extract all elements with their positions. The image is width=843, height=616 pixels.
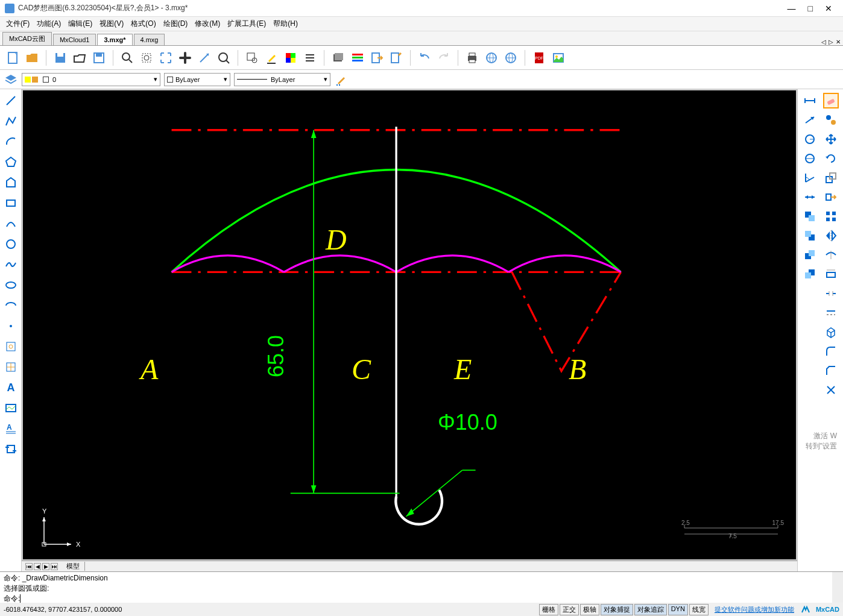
fillet-tool[interactable] — [823, 344, 839, 359]
dim-linear-icon[interactable] — [802, 93, 818, 108]
measure-icon[interactable] — [197, 50, 212, 66]
feedback-link[interactable]: 提交软件问题或增加新功能 — [715, 605, 794, 614]
3d-tool[interactable] — [823, 324, 839, 340]
save-icon[interactable] — [52, 50, 68, 66]
menu-edit[interactable]: 编辑(E) — [68, 19, 92, 29]
zoom-icon[interactable] — [216, 50, 232, 66]
menu-draw[interactable]: 绘图(D) — [163, 19, 188, 29]
break-tool[interactable] — [823, 286, 839, 301]
status-polar[interactable]: 极轴 — [580, 604, 599, 615]
tab-prev[interactable]: ◁ — [821, 39, 826, 45]
menu-modify[interactable]: 修改(M) — [195, 19, 220, 29]
model-tab[interactable]: 模型 — [62, 562, 85, 571]
bring-front-icon[interactable] — [802, 209, 818, 224]
zoom-window-icon[interactable] — [119, 50, 135, 66]
list-icon[interactable] — [302, 50, 318, 66]
pan-icon[interactable] — [177, 50, 193, 66]
layer-combo[interactable]: 0 ▾ — [22, 73, 160, 86]
export-icon[interactable] — [369, 50, 385, 66]
stretch-tool[interactable] — [823, 189, 839, 205]
image-icon[interactable] — [551, 50, 566, 66]
globe-icon[interactable] — [484, 50, 499, 66]
tab-mxcad-cloud[interactable]: MxCAD云图 — [2, 32, 52, 45]
chamfer-tool[interactable] — [823, 363, 839, 379]
insert-tool[interactable] — [3, 359, 19, 375]
tab-4mxg[interactable]: 4.mxg — [134, 34, 165, 45]
drawing-canvas[interactable]: A B C D E 65.0 Φ10.0 X Y — [23, 90, 796, 559]
rotate-tool[interactable] — [823, 151, 839, 166]
close-button[interactable]: ✕ — [825, 4, 832, 13]
redo-icon[interactable] — [436, 50, 452, 66]
menu-format[interactable]: 格式(O) — [131, 19, 156, 29]
tab-next[interactable]: ▷ — [829, 39, 833, 45]
spline-tool[interactable] — [3, 257, 19, 272]
polyline-tool[interactable] — [3, 113, 19, 129]
array-tool[interactable] — [823, 209, 839, 224]
menu-file[interactable]: 文件(F) — [6, 19, 30, 29]
print-icon[interactable] — [464, 50, 480, 66]
edit-pen-icon[interactable] — [334, 72, 349, 87]
fullscreen-icon[interactable] — [158, 50, 174, 66]
model-prev[interactable]: ◀ — [34, 563, 41, 570]
arc2-tool[interactable] — [3, 216, 19, 231]
polygon-tool[interactable] — [3, 154, 19, 170]
linetype-combo[interactable]: ByLayer ▾ — [234, 73, 330, 86]
trim-tool[interactable] — [823, 247, 839, 263]
maximize-button[interactable]: □ — [808, 4, 813, 13]
send-backward-icon[interactable] — [802, 266, 818, 282]
extend-tool[interactable] — [823, 266, 839, 282]
new-file-icon[interactable] — [5, 50, 21, 66]
minimize-button[interactable]: — — [788, 4, 796, 13]
dim-horizontal-icon[interactable] — [802, 189, 818, 205]
rectangle-tool[interactable] — [3, 195, 19, 211]
command-scrollbar[interactable] — [832, 572, 843, 603]
offset-tool[interactable] — [823, 305, 839, 321]
dim-angular-icon[interactable] — [802, 170, 818, 186]
scale-tool[interactable] — [823, 170, 839, 186]
layer-manager-icon[interactable] — [4, 72, 18, 87]
dim-radius-icon[interactable] — [802, 131, 818, 147]
color-combo[interactable]: ByLayer ▾ — [164, 73, 230, 86]
model-first[interactable]: ⏮ — [25, 563, 33, 570]
menu-view[interactable]: 视图(V) — [99, 19, 124, 29]
zoom-extents-icon[interactable] — [139, 50, 154, 66]
circle-tool[interactable] — [3, 236, 19, 252]
props-icon[interactable] — [350, 50, 365, 66]
shape-tool[interactable] — [3, 175, 19, 190]
model-next[interactable]: ▶ — [42, 563, 49, 570]
open-folder-icon[interactable] — [72, 50, 87, 66]
block-tool[interactable] — [3, 339, 19, 354]
dim-aligned-icon[interactable] — [802, 112, 818, 128]
save-as-icon[interactable] — [91, 50, 107, 66]
ellipse-tool[interactable] — [3, 277, 19, 293]
paint-icon[interactable] — [388, 50, 404, 66]
pdf-icon[interactable]: PDF — [531, 50, 547, 66]
menu-function[interactable]: 功能(A) — [37, 19, 61, 29]
move-tool[interactable] — [823, 131, 839, 147]
send-back-icon[interactable] — [802, 228, 818, 244]
tab-3mxg[interactable]: 3.mxg* — [97, 34, 132, 45]
status-osnap[interactable]: 对象捕捉 — [601, 604, 633, 615]
layer-icon[interactable] — [330, 50, 346, 66]
find-icon[interactable] — [244, 50, 260, 66]
command-history[interactable]: 命令: _DrawDiametricDimension 选择圆弧或圆: 命令: — [0, 572, 832, 603]
status-grid[interactable]: 栅格 — [539, 604, 558, 615]
image-tool[interactable] — [3, 400, 19, 416]
crop-tool[interactable] — [3, 441, 19, 457]
open-file-icon[interactable] — [24, 50, 40, 66]
globe2-icon[interactable] — [503, 50, 519, 66]
highlight-icon[interactable] — [264, 50, 279, 66]
tab-mxcloud1[interactable]: MxCloud1 — [53, 34, 96, 45]
color-grid-icon[interactable] — [283, 50, 298, 66]
status-otrack[interactable]: 对象追踪 — [634, 604, 667, 615]
mirror-tool[interactable] — [823, 228, 839, 244]
line-tool[interactable] — [3, 93, 19, 108]
explode-tool[interactable] — [823, 382, 839, 398]
dim-diameter-icon[interactable] — [802, 151, 818, 166]
status-lwt[interactable]: 线宽 — [689, 604, 709, 615]
eraser-tool[interactable] — [823, 93, 839, 108]
text-tool[interactable]: A — [3, 380, 19, 395]
copy-tool[interactable] — [823, 112, 839, 128]
mtext-tool[interactable]: A — [3, 421, 19, 436]
status-dyn[interactable]: DYN — [668, 604, 688, 615]
